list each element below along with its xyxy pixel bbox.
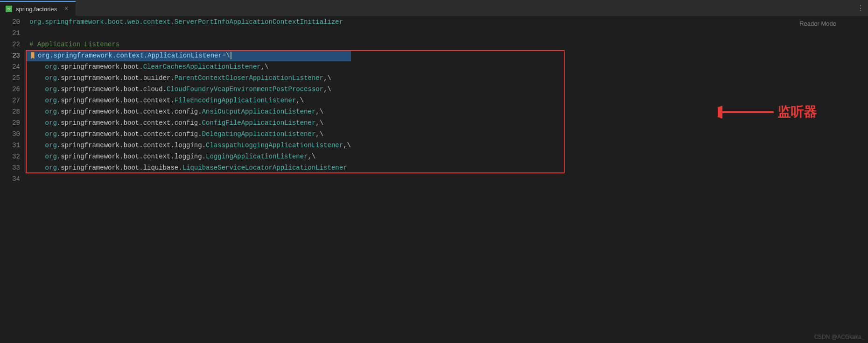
- bookmark-icon: [29, 52, 36, 59]
- code-text: ClasspathLoggingApplicationListener: [206, 140, 343, 151]
- code-line-20: org.springframework.boot.web.context.Ser…: [29, 16, 351, 28]
- line-num-27: 27: [0, 95, 20, 106]
- annotation-container: 监听器: [718, 103, 817, 121]
- code-area: 20 21 22 23 24 25 26 27 28 29 30 31 32 3…: [0, 16, 444, 343]
- code-line-25: org.springframework.boot.builder.ParentC…: [29, 72, 351, 84]
- code-line-31: org.springframework.boot.context.logging…: [29, 140, 351, 151]
- code-text: LoggingApplicationListener: [206, 151, 308, 162]
- code-text: org: [29, 151, 57, 162]
- code-line-24: org.springframework.boot.ClearCachesAppl…: [29, 61, 351, 72]
- code-text: ClearCachesApplicationListener: [143, 61, 261, 72]
- code-text: org: [29, 84, 57, 95]
- line-num-21: 21: [0, 28, 20, 39]
- code-text: ParentContextCloserApplicationListener: [175, 72, 323, 84]
- code-text: ,\: [343, 140, 351, 151]
- code-text: ,\: [296, 95, 304, 106]
- code-text: ,\: [261, 61, 269, 72]
- code-text: LiquibaseServiceLocatorApplicationListen…: [182, 162, 347, 173]
- code-editor[interactable]: org.springframework.boot.web.context.Ser…: [26, 16, 444, 343]
- line-num-20: 20: [0, 16, 20, 28]
- code-text: .springframework.boot.context.: [57, 95, 175, 106]
- code-text: .springframework.boot.: [57, 61, 143, 72]
- line-num-33: 33: [0, 162, 20, 173]
- code-line-33: org.springframework.boot.liquibase.Liqui…: [29, 162, 351, 173]
- line-num-24: 24: [0, 61, 20, 72]
- code-line-21: [29, 28, 351, 39]
- file-icon: [6, 6, 12, 12]
- code-line-34: [29, 173, 351, 185]
- code-text: ,\: [315, 106, 323, 117]
- spring-factories-tab[interactable]: spring.factories ×: [0, 1, 76, 16]
- code-text: org: [29, 106, 57, 117]
- code-text: DelegatingApplicationListener: [202, 129, 316, 140]
- code-line-32: org.springframework.boot.context.logging…: [29, 151, 351, 162]
- annotation-label: 监听器: [777, 103, 817, 121]
- code-line-23: org.springframework.context.ApplicationL…: [26, 50, 351, 61]
- code-text: .springframework.boot.context.config.: [57, 117, 202, 129]
- code-text: org: [29, 117, 57, 129]
- line-num-25: 25: [0, 72, 20, 84]
- code-text: org: [29, 61, 57, 72]
- line-num-34: 34: [0, 173, 20, 185]
- code-text: ,\: [308, 151, 316, 162]
- code-text: ,\: [315, 129, 323, 140]
- code-text: org: [29, 162, 57, 173]
- code-text: org.springframework.boot.web.context.Ser…: [29, 16, 343, 28]
- tab-bar: spring.factories × ⋮: [0, 0, 868, 16]
- reader-mode-button[interactable]: Reader Mode: [796, 18, 840, 29]
- line-num-23: 23: [0, 50, 20, 61]
- code-text: ConfigFileApplicationListener: [202, 117, 316, 129]
- code-text: .springframework.boot.liquibase.: [57, 162, 182, 173]
- line-num-32: 32: [0, 151, 20, 162]
- line-num-26: 26: [0, 84, 20, 95]
- code-text: .springframework.boot.context.config.: [57, 106, 202, 117]
- code-text: .springframework.boot.cloud.: [57, 84, 167, 95]
- code-text: .springframework.boot.context.logging.: [57, 151, 206, 162]
- code-text: org: [29, 95, 57, 106]
- code-line-29: org.springframework.boot.context.config.…: [29, 117, 351, 129]
- editor-container: Reader Mode 20 21 22 23 24 25 26 27 28 2…: [0, 16, 868, 343]
- code-text: .springframework.boot.context.config.: [57, 129, 202, 140]
- code-line-28: org.springframework.boot.context.config.…: [29, 106, 351, 117]
- code-line-26: org.springframework.boot.cloud.CloudFoun…: [29, 84, 351, 95]
- code-text: org: [29, 140, 57, 151]
- code-text: CloudFoundryVcapEnvironmentPostProcessor: [167, 84, 323, 95]
- code-text: # Application Listeners: [29, 39, 119, 50]
- code-text: .springframework.boot.builder.: [57, 72, 175, 84]
- cursor: [231, 52, 231, 59]
- code-text: .springframework.boot.context.logging.: [57, 140, 206, 151]
- line-num-28: 28: [0, 106, 20, 117]
- tab-filename: spring.factories: [16, 6, 57, 13]
- tab-close-button[interactable]: ×: [63, 5, 70, 13]
- code-text: FileEncodingApplicationListener: [175, 95, 296, 106]
- line-num-22: 22: [0, 39, 20, 50]
- more-options-icon[interactable]: ⋮: [857, 4, 864, 13]
- annotation-arrow-svg: [718, 103, 774, 121]
- code-text: AnsiOutputApplicationListener: [202, 106, 316, 117]
- code-text: org.springframework.context.ApplicationL…: [38, 50, 222, 61]
- watermark: CSDN @ACGkaka_: [814, 334, 864, 340]
- code-line-22: # Application Listeners: [29, 39, 351, 50]
- line-numbers: 20 21 22 23 24 25 26 27 28 29 30 31 32 3…: [0, 16, 26, 343]
- line-num-31: 31: [0, 140, 20, 151]
- code-text: ,\: [323, 84, 331, 95]
- line-num-30: 30: [0, 129, 20, 140]
- code-text: ,\: [323, 72, 331, 84]
- line-num-29: 29: [0, 117, 20, 129]
- code-text: ,\: [315, 117, 323, 129]
- code-line-27: org.springframework.boot.context.FileEnc…: [29, 95, 351, 106]
- code-text: org: [29, 72, 57, 84]
- code-text: org: [29, 129, 57, 140]
- code-line-30: org.springframework.boot.context.config.…: [29, 129, 351, 140]
- code-text: =\: [222, 50, 230, 61]
